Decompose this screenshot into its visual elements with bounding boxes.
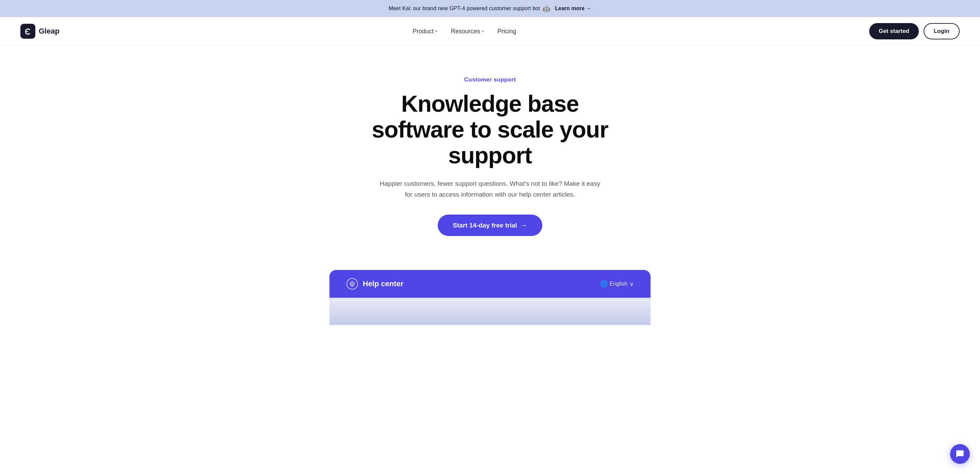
banner-arrow: → [586, 5, 591, 11]
learn-more-link[interactable]: Learn more → [555, 5, 591, 11]
trial-button[interactable]: Start 14-day free trial → [438, 215, 542, 236]
help-center-bar: Help center 🌐 English ∨ [329, 270, 651, 298]
nav-label-resources: Resources [451, 28, 480, 35]
globe-icon: 🌐 [600, 280, 608, 288]
logo-icon [21, 24, 35, 39]
banner-emoji: 🤖 [542, 5, 550, 12]
help-center-body-preview [329, 298, 651, 325]
chevron-down-icon: ▾ [435, 29, 438, 33]
trial-arrow: → [520, 221, 527, 229]
help-center-logo: Help center [347, 278, 404, 290]
logo-link[interactable]: Gleap [21, 24, 59, 39]
logo-text: Gleap [39, 27, 59, 36]
hero-tag: Customer support [464, 76, 516, 83]
banner-text: Meet Kai: our brand new GPT-4 powered cu… [389, 5, 540, 11]
hero-title: Knowledge base software to scale your su… [358, 91, 622, 168]
nav-label-pricing: Pricing [498, 28, 516, 35]
login-button[interactable]: Login [924, 23, 959, 40]
get-started-button[interactable]: Get started [869, 23, 919, 40]
nav-label-product: Product [412, 28, 434, 35]
navbar-actions: Get started Login [869, 23, 959, 40]
navbar: Gleap Product ▾ Resources ▾ Pricing Get … [0, 17, 980, 46]
learn-more-label: Learn more [555, 5, 584, 11]
chevron-down-icon: ∨ [630, 281, 634, 287]
nav-menu: Product ▾ Resources ▾ Pricing [412, 28, 516, 35]
chevron-down-icon: ▾ [482, 29, 484, 33]
help-center-preview: Help center 🌐 English ∨ [269, 270, 711, 325]
hero-section: Customer support Knowledge base software… [0, 46, 980, 256]
nav-item-pricing[interactable]: Pricing [498, 28, 516, 35]
help-center-logo-icon [347, 278, 358, 290]
nav-item-product[interactable]: Product ▾ [412, 28, 438, 35]
help-center-title: Help center [363, 279, 404, 288]
announcement-banner: Meet Kai: our brand new GPT-4 powered cu… [0, 0, 980, 17]
help-center-language[interactable]: 🌐 English ∨ [600, 280, 633, 288]
language-label: English [609, 281, 627, 287]
hero-subtitle: Happier customers, fewer support questio… [380, 178, 600, 200]
trial-label: Start 14-day free trial [453, 222, 517, 229]
nav-item-resources[interactable]: Resources ▾ [451, 28, 484, 35]
